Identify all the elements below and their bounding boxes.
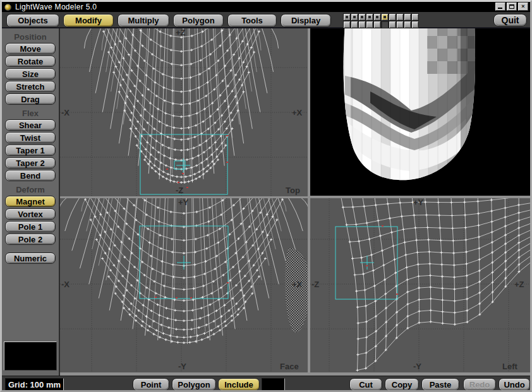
- stretch-button[interactable]: Stretch: [5, 81, 56, 92]
- layer-bg-6-button[interactable]: [381, 21, 389, 28]
- tab-tools[interactable]: Tools: [227, 14, 277, 27]
- maximize-icon: [509, 4, 514, 9]
- axis-label-left: -Z: [311, 280, 319, 289]
- bend-button[interactable]: Bend: [5, 170, 56, 181]
- close-button[interactable]: ×: [518, 3, 528, 11]
- grid-size-display: Grid: 100 mm: [5, 378, 64, 391]
- move-button[interactable]: Move: [5, 43, 56, 54]
- undo-button[interactable]: Undo: [499, 378, 530, 391]
- layer-bg-9-button[interactable]: [404, 21, 411, 28]
- layer-bg-7-button[interactable]: [389, 21, 396, 28]
- twist-button[interactable]: Twist: [5, 132, 56, 143]
- layer-fg-4-button[interactable]: [366, 13, 373, 21]
- layer-fg-3-button[interactable]: [358, 13, 366, 21]
- layer-fg-1-button[interactable]: [343, 13, 351, 21]
- tab-objects[interactable]: Objects: [6, 14, 59, 27]
- sidebar-tools: PositionMoveRotateSizeStretchDragFlexShe…: [2, 32, 59, 264]
- layer-bg-4-button[interactable]: [366, 21, 373, 28]
- app-window: LightWave Modeler 5.0 × ObjectsModifyMul…: [0, 0, 532, 392]
- redo-button: Redo: [463, 378, 496, 391]
- shear-button[interactable]: Shear: [5, 119, 56, 131]
- tab-display[interactable]: Display: [281, 14, 331, 27]
- window-controls: ×: [494, 3, 528, 11]
- titlebar[interactable]: LightWave Modeler 5.0 ×: [2, 2, 530, 12]
- axis-label-bottom: -Y: [178, 362, 186, 371]
- layer-fg-8-button[interactable]: [396, 13, 404, 21]
- window-title: LightWave Modeler 5.0: [15, 3, 97, 11]
- tab-multiply[interactable]: Multiply: [118, 14, 169, 27]
- layer-bg-1-button[interactable]: [343, 21, 351, 28]
- axis-label-right: +Z: [514, 280, 524, 289]
- viewport-name-label: Left: [502, 362, 518, 371]
- close-icon: ×: [521, 4, 524, 9]
- paste-button[interactable]: Paste: [421, 378, 459, 391]
- minimize-button[interactable]: [495, 3, 505, 11]
- menu-tabs: ObjectsModifyMultiplyPolygonToolsDisplay: [6, 14, 331, 27]
- size-button[interactable]: Size: [5, 68, 56, 80]
- section-header-position: Position: [2, 32, 59, 42]
- viewport-shaded-preview[interactable]: [310, 28, 530, 196]
- info-display: [262, 378, 285, 391]
- taper-1-button[interactable]: Taper 1: [5, 145, 56, 156]
- tab-polygon[interactable]: Polygon: [173, 14, 224, 27]
- viewport-top-view[interactable]: +Z-X+X-ZTop: [60, 28, 308, 196]
- viewport-background: [310, 198, 530, 372]
- layer-bg-3-button[interactable]: [358, 21, 366, 28]
- axis-label-top: +Y: [178, 198, 189, 207]
- point-button[interactable]: Point: [133, 378, 169, 391]
- viewport-face-view[interactable]: +Y-X+X-YFace: [60, 198, 308, 372]
- section-header-deform: Deform: [2, 185, 59, 194]
- viewport-name-label: Top: [286, 186, 300, 195]
- drag-button[interactable]: Drag: [5, 93, 56, 105]
- layer-fg-2-button[interactable]: [351, 13, 358, 21]
- app-icon: [4, 4, 11, 11]
- polygon-button[interactable]: Polygon: [172, 378, 216, 391]
- viewport-left-view[interactable]: +Y-Z+Z-YLeft: [310, 198, 530, 372]
- layer-content-indicator: [346, 16, 348, 18]
- tab-modify[interactable]: Modify: [63, 14, 114, 27]
- axis-label-bottom: -Y: [413, 362, 421, 371]
- magnet-button[interactable]: Magnet: [5, 196, 56, 207]
- axis-label-right: +X: [292, 108, 303, 117]
- layer-fg-10-button[interactable]: [411, 13, 419, 21]
- layer-fg-5-button[interactable]: [373, 13, 381, 21]
- numeric-button[interactable]: Numeric: [5, 252, 56, 264]
- rotate-button[interactable]: Rotate: [5, 56, 56, 67]
- layer-content-indicator: [361, 16, 363, 18]
- menubar: ObjectsModifyMultiplyPolygonToolsDisplay…: [2, 12, 530, 28]
- numeric-wrap: Numeric: [2, 252, 59, 264]
- axis-label-bottom: -Z: [176, 186, 183, 195]
- layer-bg-10-button[interactable]: [411, 21, 419, 28]
- sidebar: PositionMoveRotateSizeStretchDragFlexShe…: [2, 28, 60, 376]
- cut-button[interactable]: Cut: [349, 378, 382, 391]
- maximize-button[interactable]: [507, 3, 517, 11]
- layer-fg-7-button[interactable]: [389, 13, 396, 21]
- preview-box: [4, 342, 57, 371]
- include-button[interactable]: Include: [218, 378, 260, 391]
- copy-button[interactable]: Copy: [385, 378, 419, 391]
- axis-label-right: +X: [292, 280, 303, 289]
- pole-1-button[interactable]: Pole 1: [5, 221, 56, 232]
- vortex-button[interactable]: Vortex: [5, 208, 56, 220]
- layer-fg-6-button[interactable]: [381, 13, 389, 21]
- viewport-name-label: Face: [280, 362, 299, 371]
- pole-2-button[interactable]: Pole 2: [5, 234, 56, 245]
- layer-content-indicator: [368, 16, 371, 18]
- layer-content-indicator: [353, 16, 356, 18]
- layer-fg-9-button[interactable]: [404, 13, 411, 21]
- axis-label-top: +Z: [176, 28, 186, 37]
- viewport-area: +Z-X+X-ZTop+Y-X+X-YFace+Y-Z+Z-YLeft: [60, 28, 530, 376]
- viewport-background: [60, 198, 308, 372]
- layer-bg-8-button[interactable]: [396, 21, 404, 28]
- layer-grid: [343, 13, 419, 28]
- axis-label-left: -X: [61, 280, 70, 289]
- axis-label-left: -X: [61, 108, 70, 117]
- layer-bg-2-button[interactable]: [351, 21, 358, 28]
- layer-content-indicator: [376, 16, 378, 18]
- quit-button[interactable]: Quit: [493, 14, 527, 27]
- minimize-icon: [498, 8, 502, 9]
- axis-label-top: +Y: [413, 198, 424, 207]
- taper-2-button[interactable]: Taper 2: [5, 157, 56, 169]
- layer-bg-5-button[interactable]: [373, 21, 381, 28]
- section-header-flex: Flex: [2, 109, 59, 118]
